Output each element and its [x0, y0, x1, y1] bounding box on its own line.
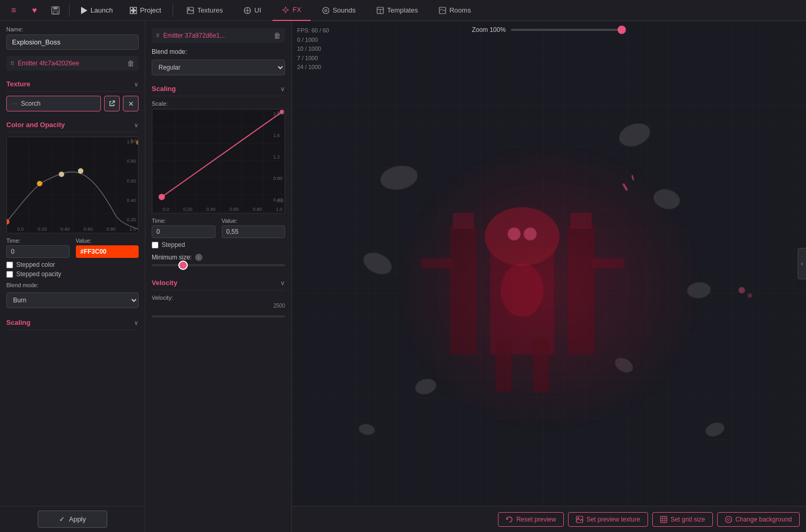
- svg-rect-20: [439, 7, 446, 14]
- color-value-input[interactable]: [76, 245, 139, 258]
- top-navigation: ≡ ♥ Launch Project Textures UI FX Sounds…: [0, 0, 806, 21]
- scale-time-input[interactable]: [152, 225, 215, 238]
- svg-point-11: [188, 8, 190, 9]
- set-preview-texture-button[interactable]: Set preview texture: [568, 512, 648, 527]
- emitter-2-delete-button[interactable]: 🗑: [274, 31, 281, 40]
- hamburger-menu-icon[interactable]: ≡: [4, 1, 23, 20]
- tab-fx[interactable]: FX: [273, 0, 311, 21]
- scale-time-label: Time:: [152, 218, 215, 224]
- texture-section-header[interactable]: Texture ∨: [6, 76, 139, 92]
- velocity-section-header[interactable]: Velocity ∨: [152, 275, 285, 290]
- texture-select-button[interactable]: ⋯ Scorch: [6, 96, 101, 111]
- stepped-color-checkbox[interactable]: [6, 262, 13, 268]
- name-input[interactable]: [6, 35, 139, 50]
- fps-stat: FPS: 60 / 60: [297, 26, 329, 36]
- scaling-chevron-left-icon: ∨: [134, 319, 139, 326]
- stepped-opacity-label: Stepped opacity: [16, 270, 61, 278]
- set-grid-size-label: Set grid size: [671, 516, 705, 523]
- stat-2: 10 / 1000: [297, 44, 329, 54]
- texture-chevron-icon: ∨: [134, 81, 139, 88]
- preview-stats: FPS: 60 / 60 0 / 1000 10 / 1000 7 / 1000…: [297, 26, 329, 72]
- texture-dots-icon: ⋯: [12, 101, 18, 107]
- nav-separator: [69, 4, 70, 17]
- stepped-checkbox[interactable]: [152, 242, 158, 248]
- favorites-icon[interactable]: ♥: [25, 1, 44, 20]
- texture-external-button[interactable]: [104, 96, 120, 111]
- stepped-color-row: Stepped color: [6, 261, 139, 268]
- tab-ui[interactable]: UI: [234, 0, 270, 21]
- color-section-title: Color and Opacity: [6, 121, 65, 129]
- svg-rect-1: [53, 7, 58, 9]
- change-background-button[interactable]: Change background: [717, 512, 800, 527]
- stat-4: 24 / 1000: [297, 63, 329, 72]
- min-size-thumb[interactable]: [178, 261, 188, 270]
- tab-sounds[interactable]: Sounds: [313, 0, 365, 21]
- zoom-label: Zoom 100%: [472, 26, 506, 33]
- info-icon[interactable]: i: [195, 254, 202, 261]
- reset-preview-label: Reset preview: [516, 516, 556, 523]
- velocity-chevron-icon: ∨: [280, 279, 285, 287]
- color-graph-y-axis: 1.00.800.600.400.20: [127, 139, 136, 222]
- stepped-row: Stepped: [152, 241, 285, 248]
- velocity-section-title: Velocity: [152, 279, 177, 287]
- svg-point-25: [59, 172, 64, 177]
- color-graph-x-axis: 0.00.200.400.600.801.0: [17, 227, 136, 232]
- preview-area[interactable]: FPS: 60 / 60 0 / 1000 10 / 1000 7 / 1000…: [292, 21, 806, 506]
- drag-handle-icon[interactable]: ⠿: [10, 61, 15, 66]
- svg-point-30: [158, 194, 165, 200]
- preview-bottom-bar: Reset preview Set preview texture Set gr…: [292, 506, 806, 532]
- particle-effect-preview: [292, 21, 806, 506]
- emitter-1-delete-button[interactable]: 🗑: [127, 59, 134, 67]
- stepped-opacity-checkbox[interactable]: [6, 271, 13, 278]
- mid-blend-label: Blend mode:: [152, 48, 285, 55]
- emitter-2-row: ⠿ Emitter 37a972d6e1... 🗑: [152, 28, 285, 43]
- color-graph[interactable]: 1.00.800.600.400.20 0.00.200.400.600.801…: [6, 137, 139, 233]
- svg-rect-2: [53, 11, 58, 14]
- time-input[interactable]: [6, 245, 70, 258]
- tab-templates[interactable]: Templates: [367, 0, 427, 21]
- tab-textures[interactable]: Textures: [177, 0, 232, 21]
- collapse-panel-button[interactable]: ‹: [798, 248, 806, 279]
- velocity-max-label: 2500: [152, 303, 285, 313]
- apply-button[interactable]: ✓ Apply: [38, 511, 108, 528]
- reset-preview-button[interactable]: Reset preview: [498, 512, 564, 527]
- mid-panel: ⠿ Emitter 37a972d6e1... 🗑 Blend mode: Re…: [145, 21, 292, 532]
- launch-button[interactable]: Launch: [74, 1, 120, 20]
- check-icon: ✓: [59, 515, 65, 523]
- scaling-section-header-mid[interactable]: Scaling ∨: [152, 81, 285, 96]
- svg-point-68: [725, 516, 732, 523]
- value-label: Value:: [76, 237, 139, 244]
- stepped-opacity-row: Stepped opacity: [6, 270, 139, 278]
- velocity-slider-track[interactable]: [152, 315, 285, 318]
- svg-rect-9: [134, 11, 137, 14]
- left-panel: Name: ⠿ Emitter 4fc7a42026ee 🗑 Texture ∨…: [0, 21, 145, 532]
- scale-value-input[interactable]: [222, 225, 286, 238]
- zoom-bar: Zoom 100%: [472, 26, 626, 33]
- zoom-slider[interactable]: [511, 29, 626, 31]
- svg-rect-7: [134, 7, 137, 10]
- save-icon[interactable]: [46, 1, 65, 20]
- svg-line-21: [111, 101, 115, 104]
- project-button[interactable]: Project: [122, 1, 168, 20]
- set-preview-texture-label: Set preview texture: [586, 516, 640, 523]
- scaling-section-title-left: Scaling: [6, 319, 30, 326]
- color-section-header[interactable]: Color and Opacity ∨: [6, 117, 139, 132]
- svg-rect-8: [130, 11, 133, 14]
- apply-bar: ✓ Apply: [0, 506, 145, 532]
- mid-blend-select[interactable]: Regular Add Multiply Screen: [152, 60, 285, 75]
- main-layout: Name: ⠿ Emitter 4fc7a42026ee 🗑 Texture ∨…: [0, 21, 806, 532]
- change-background-label: Change background: [735, 516, 792, 523]
- stepped-label: Stepped: [162, 241, 185, 248]
- time-label: Time:: [6, 237, 70, 244]
- scale-graph[interactable]: 2.01.61.20.800.40 0.00.200.400.600.801.0…: [152, 109, 285, 213]
- min-size-slider[interactable]: [152, 264, 285, 266]
- drag-handle-2-icon[interactable]: ⠿: [156, 33, 160, 39]
- scale-time-value-row: Time: Value:: [152, 218, 285, 238]
- blend-mode-select[interactable]: Normal Add Multiply Burn Screen: [6, 292, 139, 308]
- tab-rooms[interactable]: Rooms: [429, 0, 480, 21]
- zoom-thumb[interactable]: [618, 26, 626, 34]
- set-grid-size-button[interactable]: Set grid size: [652, 512, 713, 527]
- scaling-section-header-left[interactable]: Scaling ∨: [6, 314, 139, 330]
- texture-remove-button[interactable]: ✕: [123, 96, 139, 111]
- name-section: Name:: [6, 26, 139, 50]
